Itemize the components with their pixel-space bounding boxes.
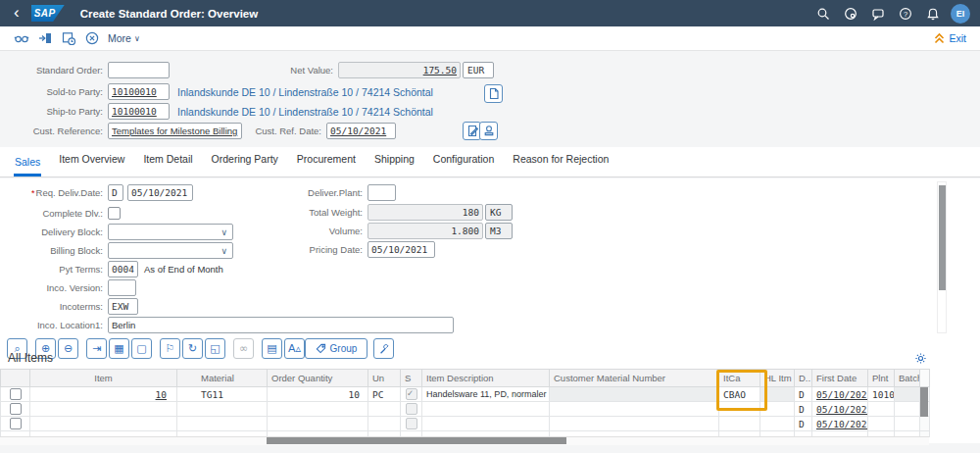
col-header-order_quantity[interactable]: Order Quantity <box>268 370 368 387</box>
cust-ref-date-input[interactable] <box>326 123 396 139</box>
col-header-first_date[interactable]: First Date <box>812 370 868 387</box>
billing-block-label: Billing Block: <box>0 245 108 256</box>
tab-configuration[interactable]: Configuration <box>432 153 495 176</box>
complete-dlv-label: Complete Dlv.: <box>0 208 108 219</box>
cell-first_date[interactable]: 05/10/2021 <box>812 387 868 402</box>
col-header-d[interactable]: D.. <box>795 370 812 387</box>
more-menu-button[interactable]: More∨ <box>108 32 140 44</box>
tab-item-detail[interactable]: Item Detail <box>142 153 193 176</box>
cancel-icon[interactable] <box>80 27 104 49</box>
tab-item-overview[interactable]: Item Overview <box>58 153 125 176</box>
req-deliv-date-type-input[interactable] <box>108 184 123 201</box>
sales-summary-icon[interactable]: ▤ <box>262 338 282 359</box>
page-title: Create Standard Order: Overview <box>80 8 259 20</box>
exit-button[interactable]: Exit <box>934 32 966 44</box>
cell-un[interactable]: PC <box>368 387 401 402</box>
copy-document-button[interactable] <box>484 84 503 103</box>
cell-item_description[interactable]: Handelsware 11, PD, normaler Ha... <box>422 387 550 402</box>
col-header-un[interactable]: Un <box>368 370 401 387</box>
copilot-icon[interactable] <box>837 0 864 26</box>
page-scrollbar-track[interactable] <box>937 181 947 333</box>
cell-d[interactable]: D <box>795 387 812 402</box>
inco-location-input[interactable] <box>108 317 454 333</box>
table-horizontal-scrollbar-track[interactable] <box>0 436 929 445</box>
col-header-hl_itm[interactable]: HL Itm <box>760 370 795 387</box>
row-select-checkbox[interactable] <box>10 403 22 415</box>
cell-order_quantity[interactable]: 10 <box>268 387 368 402</box>
col-header-material[interactable]: Material <box>177 370 268 387</box>
cell-d[interactable]: D <box>795 402 812 417</box>
cell-first_date[interactable]: 05/10/2021 <box>812 402 868 417</box>
cell-customer_material_number <box>550 402 719 417</box>
table-vertical-scrollbar[interactable] <box>920 387 928 417</box>
req-deliv-date-input[interactable] <box>127 184 193 201</box>
cust-reference-input[interactable] <box>108 123 242 139</box>
exit-transaction-icon[interactable] <box>33 27 57 49</box>
group-button[interactable]: Group <box>305 338 368 359</box>
tools-icon[interactable] <box>373 338 394 359</box>
total-weight-unit: KG <box>485 204 513 221</box>
chevron-down-icon: ∨ <box>134 34 140 43</box>
stamp-button[interactable] <box>479 122 498 140</box>
tab-reason-for-rejection[interactable]: Reason for Rejection <box>512 153 610 176</box>
redetermine-items-icon[interactable]: ↻ <box>182 338 203 359</box>
items-toolbar: ⌕⊕⊖⇥▦▢⚐↻◱∞▤A▵↦ <box>7 338 329 359</box>
select-all-icon[interactable]: ▦ <box>109 338 129 359</box>
insert-row-icon[interactable]: ⇥ <box>86 338 107 359</box>
deselect-all-icon[interactable]: ▢ <box>131 338 152 359</box>
pyt-terms-input[interactable] <box>108 261 138 277</box>
cell-d[interactable]: D <box>795 417 812 431</box>
help-icon[interactable]: ? <box>892 0 919 26</box>
deliver-plant-input[interactable] <box>368 184 396 201</box>
search-icon[interactable] <box>809 0 837 26</box>
cell-item[interactable]: 10 <box>30 387 177 402</box>
display-icon[interactable] <box>10 27 33 49</box>
col-header-itca[interactable]: ItCa <box>719 370 760 387</box>
complete-dlv-checkbox[interactable] <box>108 207 121 220</box>
col-header-s[interactable]: S <box>401 370 422 387</box>
col-header-batch[interactable]: Batch <box>895 370 920 387</box>
feedback-chat-icon[interactable] <box>864 0 892 26</box>
col-header-customer_material_number[interactable]: Customer Material Number <box>550 370 719 387</box>
delete-item-icon[interactable]: ⊖ <box>58 338 78 359</box>
tab-ordering-party[interactable]: Ordering Party <box>211 153 279 176</box>
col-header-plnt[interactable]: Plnt <box>868 370 895 387</box>
ship-to-description: Inlandskunde DE 10 / Lindenstraße 10 / 7… <box>177 106 433 118</box>
sold-to-input[interactable] <box>108 83 170 100</box>
standard-order-input[interactable] <box>108 62 170 78</box>
delivery-block-select[interactable]: ∨ <box>108 224 233 240</box>
chevron-down-icon: ∨ <box>220 246 227 256</box>
cell-first_date[interactable]: 05/10/2021 <box>812 417 868 431</box>
ship-to-input[interactable] <box>108 103 170 120</box>
gear-icon[interactable] <box>914 351 927 369</box>
row-select-checkbox[interactable] <box>10 418 22 429</box>
incoterms-input[interactable] <box>108 298 138 315</box>
tab-sales[interactable]: Sales <box>14 156 41 176</box>
avatar[interactable]: EI <box>951 4 970 24</box>
col-header-item_description[interactable]: Item Description <box>422 370 550 387</box>
net-value-currency[interactable]: EUR <box>463 62 494 78</box>
delivery-block-label: Delivery Block: <box>0 226 108 237</box>
tab-procurement[interactable]: Procurement <box>296 153 357 176</box>
back-button[interactable]: ‹ <box>14 4 20 21</box>
propose-items-icon[interactable]: ⚐ <box>160 338 180 359</box>
cell-itca[interactable]: CBAO <box>719 387 760 402</box>
col-header-item[interactable]: Item <box>30 370 177 387</box>
shell-header: ‹ SAP Create Standard Order: Overview ? … <box>0 0 980 26</box>
table-horizontal-scrollbar-thumb[interactable] <box>267 437 566 444</box>
cell-material[interactable]: TG11 <box>177 387 268 402</box>
cell-plnt[interactable]: 1010 <box>868 387 895 402</box>
tab-shipping[interactable]: Shipping <box>373 153 416 176</box>
doc-flow-icon[interactable] <box>57 27 80 49</box>
cell-order_quantity <box>268 402 368 417</box>
copy-items-icon[interactable]: ◱ <box>205 338 225 359</box>
pricing-date-input[interactable] <box>368 241 435 258</box>
page-scrollbar-thumb[interactable] <box>939 185 946 290</box>
notifications-icon[interactable] <box>919 0 947 26</box>
cell-s <box>401 402 422 417</box>
inco-location-label: Inco. Location1: <box>0 320 108 330</box>
billing-block-select[interactable]: ∨ <box>108 242 233 259</box>
availability-check-icon[interactable]: A▵ <box>284 338 305 359</box>
inco-version-input[interactable] <box>108 279 136 296</box>
row-select-checkbox[interactable] <box>10 388 22 400</box>
